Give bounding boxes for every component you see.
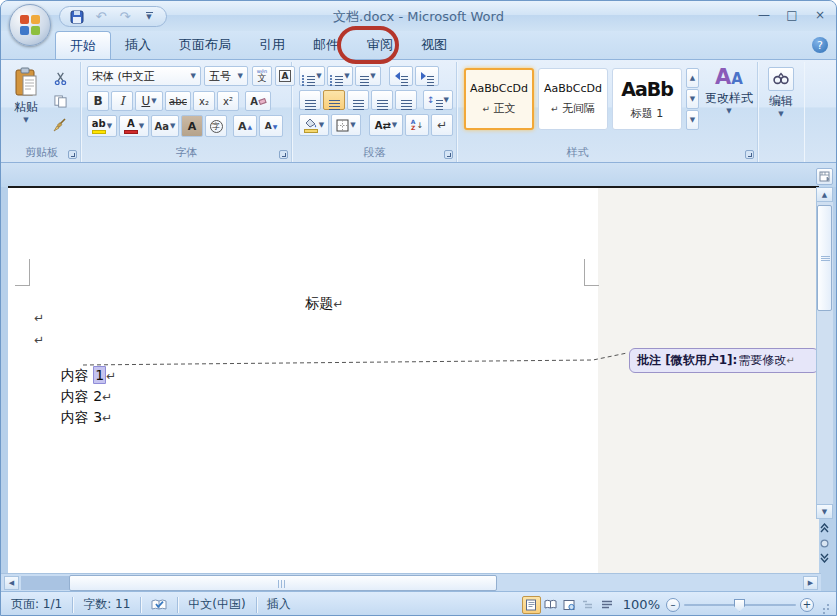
gallery-scroll-up-button[interactable]: ▲: [686, 68, 699, 88]
align-left-button[interactable]: [299, 90, 321, 110]
zoom-out-button[interactable]: –: [666, 598, 680, 612]
help-button[interactable]: ?: [812, 37, 828, 53]
scroll-left-button[interactable]: ◀: [4, 576, 19, 590]
doc-title-line[interactable]: 标题↵: [34, 279, 588, 329]
sort-button[interactable]: A Z ↓: [405, 114, 429, 136]
fullscreen-reading-view-button[interactable]: [541, 596, 560, 614]
format-painter-button[interactable]: [49, 114, 71, 136]
maximize-button[interactable]: □: [784, 9, 800, 21]
style-heading1[interactable]: AaBb 标题 1: [612, 68, 682, 130]
change-styles-button[interactable]: AA 更改样式 ▼: [702, 66, 756, 142]
show-hide-marks-button[interactable]: ↵: [431, 114, 453, 136]
enclose-characters-button[interactable]: 字: [205, 115, 227, 137]
decrease-indent-button[interactable]: [389, 66, 413, 86]
style-normal[interactable]: AaBbCcDd ↵ 正文: [464, 68, 534, 130]
content-line-3[interactable]: 内容 3↵: [34, 393, 112, 443]
shading-button[interactable]: ▼: [299, 114, 329, 136]
underline-button[interactable]: U ▼: [135, 91, 163, 111]
minimize-button[interactable]: —: [756, 9, 772, 21]
grow-font-button[interactable]: A▲: [233, 115, 257, 137]
font-name-combo[interactable]: 宋体 (中文正▼: [87, 66, 201, 86]
tab-references[interactable]: 引用: [245, 31, 299, 59]
paragraph-dialog-launcher[interactable]: [444, 150, 453, 159]
outline-view-button[interactable]: [579, 596, 598, 614]
print-layout-view-button[interactable]: [522, 596, 541, 614]
italic-button[interactable]: I: [111, 91, 133, 111]
borders-button[interactable]: ▼: [331, 114, 361, 136]
increase-indent-button[interactable]: [415, 66, 439, 86]
gallery-scroll-down-button[interactable]: ▼: [686, 89, 699, 109]
phonetic-guide-button[interactable]: wén 文: [252, 66, 272, 86]
character-border-icon: A: [279, 70, 292, 82]
line-spacing-button[interactable]: ↕ ▼: [423, 90, 453, 110]
subscript-button[interactable]: x₂: [193, 91, 215, 111]
cut-button[interactable]: [49, 68, 71, 88]
tab-insert[interactable]: 插入: [111, 31, 165, 59]
change-case-button[interactable]: Aa ▼: [151, 115, 179, 137]
insert-mode-indicator[interactable]: 插入: [257, 596, 301, 614]
style-no-spacing[interactable]: AaBbCcDd ↵ 无间隔: [538, 68, 608, 130]
distributed-button[interactable]: [395, 90, 417, 110]
align-center-button[interactable]: [323, 90, 345, 110]
justify-button[interactable]: [371, 90, 393, 110]
resize-grip[interactable]: [820, 599, 830, 611]
double-up-arrow-icon: [820, 523, 829, 533]
status-bar: 页面: 1/1 字数: 11 中文(中国) 插入: [1, 591, 836, 616]
web-layout-view-button[interactable]: [560, 596, 579, 614]
tab-view[interactable]: 视图: [407, 31, 461, 59]
zoom-in-button[interactable]: +: [800, 598, 814, 612]
superscript-button[interactable]: x²: [217, 91, 239, 111]
font-dialog-launcher[interactable]: [279, 150, 288, 159]
styles-dialog-launcher[interactable]: [745, 150, 754, 159]
window-title: 文档.docx - Microsoft Word: [1, 8, 836, 26]
editing-button[interactable]: 编辑 ▼: [760, 66, 802, 142]
copy-button[interactable]: [49, 91, 71, 111]
vertical-scrollbar: ▲ ▼: [816, 163, 833, 591]
horizontal-scrollbar[interactable]: ◀ ▶: [1, 573, 821, 591]
scroll-up-button[interactable]: ▲: [816, 187, 833, 202]
next-page-button[interactable]: [816, 553, 833, 563]
asian-layout-button[interactable]: A⇄ ▼: [369, 114, 403, 136]
draft-view-button[interactable]: [598, 596, 617, 614]
horizontal-scrollbar-thumb[interactable]: [69, 575, 497, 591]
strikethrough-button[interactable]: abc: [165, 91, 191, 111]
proofing-status[interactable]: [141, 596, 177, 614]
vertical-scrollbar-thumb[interactable]: [817, 205, 832, 311]
empty-paragraph-1[interactable]: ↵: [34, 309, 44, 325]
clipboard-dialog-launcher[interactable]: [68, 150, 77, 159]
tab-review[interactable]: 审阅: [353, 31, 407, 59]
bullets-button[interactable]: ▼: [299, 66, 325, 86]
gallery-more-button[interactable]: ▼: [686, 110, 699, 130]
office-button[interactable]: [9, 4, 51, 46]
ruler-toggle-button[interactable]: [816, 168, 833, 185]
word-count[interactable]: 字数: 11: [73, 596, 140, 614]
multilevel-list-button[interactable]: ▼: [355, 66, 381, 86]
paste-button[interactable]: 粘贴 ▼: [7, 66, 45, 140]
zoom-level[interactable]: 100%: [623, 597, 660, 612]
character-border-button[interactable]: A: [275, 66, 295, 86]
font-color-button[interactable]: A ▼: [119, 115, 149, 137]
close-button[interactable]: ×: [812, 9, 828, 21]
horizontal-track-shaded[interactable]: [21, 576, 69, 590]
scroll-down-button[interactable]: ▼: [816, 504, 833, 519]
tab-mailings[interactable]: 邮件: [299, 31, 353, 59]
comment-balloon[interactable]: 批注 [微软用户1]: 需要修改 ↵: [629, 348, 819, 373]
zoom-slider-thumb[interactable]: [734, 599, 745, 612]
shrink-font-button[interactable]: A▼: [259, 115, 283, 137]
character-shading-button[interactable]: A: [181, 115, 203, 137]
scroll-right-button[interactable]: ▶: [803, 576, 818, 590]
clear-formatting-button[interactable]: A: [245, 91, 271, 111]
select-browse-object-button[interactable]: [816, 539, 833, 548]
scissors-icon: [54, 72, 67, 85]
numbering-button[interactable]: ▼: [327, 66, 353, 86]
previous-page-button[interactable]: [816, 523, 833, 533]
font-size-combo[interactable]: 五号▼: [204, 66, 248, 86]
align-right-button[interactable]: [347, 90, 369, 110]
language-indicator[interactable]: 中文(中国): [178, 596, 255, 614]
text-highlight-button[interactable]: ab ▼: [87, 115, 117, 137]
bold-button[interactable]: B: [87, 91, 109, 111]
tab-page-layout[interactable]: 页面布局: [165, 31, 245, 59]
page-indicator[interactable]: 页面: 1/1: [1, 596, 72, 614]
empty-paragraph-2[interactable]: ↵: [34, 331, 44, 347]
tab-home[interactable]: 开始: [55, 31, 111, 59]
